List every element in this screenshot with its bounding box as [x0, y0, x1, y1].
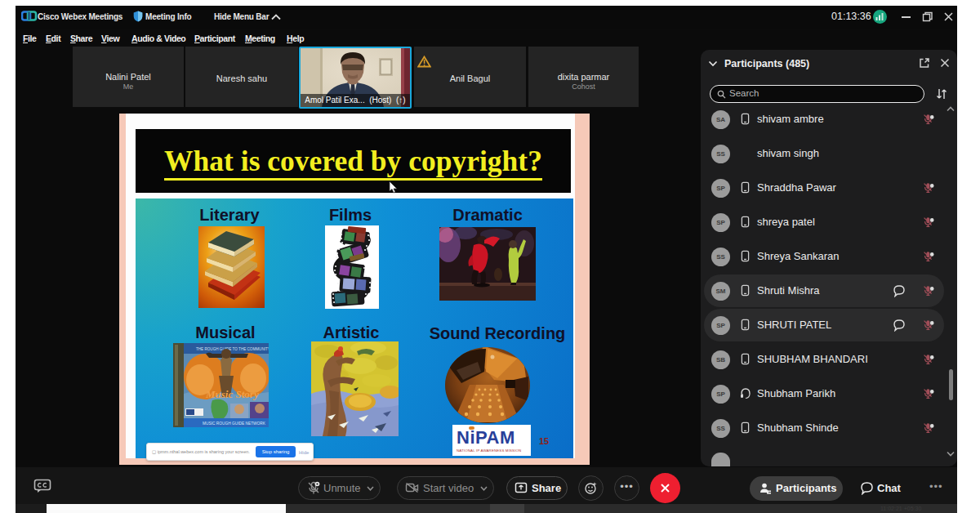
svg-text:THE ROUGH GUIDE TO THE COMMUNI: THE ROUGH GUIDE TO THE COMMUNITY: [196, 347, 269, 351]
svg-text:MUSIC ROUGH GUIDE NETWORK: MUSIC ROUGH GUIDE NETWORK: [203, 422, 266, 426]
svg-text:Music Story: Music Story: [205, 388, 259, 400]
